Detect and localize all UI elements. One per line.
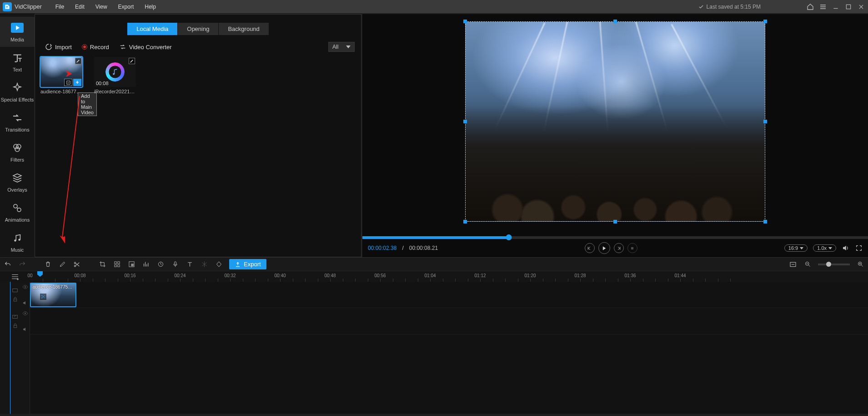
side-rail-text[interactable]: Text [0, 47, 35, 77]
track-video-icon[interactable] [12, 287, 18, 294]
resize-handle[interactable] [463, 120, 467, 123]
text-tool-icon[interactable] [186, 260, 194, 269]
svg-point-32 [25, 313, 26, 314]
close-icon[interactable] [857, 3, 865, 11]
maximize-icon[interactable] [844, 3, 853, 11]
import-button[interactable]: Import [41, 41, 75, 52]
track-visibility-icon[interactable] [22, 284, 28, 290]
add-to-timeline-button[interactable]: + [73, 79, 81, 86]
timeline-ruler[interactable]: 0000:0800:1600:2400:3200:4000:4800:5601:… [0, 271, 868, 282]
video-converter-button[interactable]: Video Converter [115, 41, 176, 52]
resize-handle[interactable] [763, 220, 767, 223]
minimize-icon[interactable] [832, 3, 840, 11]
zoom-slider[interactable] [818, 264, 850, 265]
preview-seekbar[interactable] [362, 236, 868, 239]
seek-handle[interactable] [506, 234, 512, 240]
track-head [0, 308, 30, 334]
playback-speed-dropdown[interactable]: 1.0x [813, 244, 836, 252]
menu-help[interactable]: Help [139, 1, 161, 13]
side-rail-overlays[interactable]: Overlays [0, 167, 35, 197]
add-track-icon[interactable] [11, 273, 19, 281]
track-row-audio[interactable] [30, 308, 868, 335]
side-rail-animations[interactable]: Animations [0, 197, 35, 227]
menu-file[interactable]: File [50, 1, 70, 13]
edit-icon[interactable] [58, 260, 66, 269]
keyframe-icon[interactable] [215, 260, 223, 269]
tab-background[interactable]: Background [219, 23, 268, 35]
fit-icon[interactable] [789, 260, 797, 269]
ruler-label: 01:12 [474, 273, 486, 278]
time-total: 00:00:08.21 [409, 245, 438, 251]
volume-icon[interactable] [842, 244, 850, 252]
music-icon [11, 232, 24, 244]
media-item[interactable]: + audience-186775… Add to Main Video [40, 57, 82, 94]
track-audio-icon[interactable] [12, 314, 18, 320]
titlebar: VidClipper File Edit View Export Help La… [0, 0, 868, 13]
resize-handle[interactable] [613, 20, 617, 23]
split-icon[interactable] [73, 260, 81, 269]
svg-point-5 [17, 208, 21, 212]
resize-handle[interactable] [463, 20, 467, 23]
media-filter-dropdown[interactable]: All [328, 42, 355, 52]
resize-handle[interactable] [463, 220, 467, 223]
annotation-arrow-icon [58, 96, 85, 246]
preview-frame[interactable] [465, 21, 765, 222]
media-item[interactable]: 00:08 iRecorder202210… [94, 57, 136, 94]
apply-icon[interactable] [64, 79, 72, 86]
aspect-ratio-dropdown[interactable]: 16:9 [784, 244, 808, 252]
duration-icon[interactable] [156, 260, 165, 269]
ruler-label: 00:24 [174, 273, 186, 278]
side-rail-transitions[interactable]: Transitions [0, 107, 35, 137]
trash-icon[interactable] [44, 260, 52, 269]
track-visibility-icon[interactable] [22, 310, 28, 316]
track-row-video[interactable]: audience-1867754… [30, 282, 868, 308]
tab-local-media[interactable]: Local Media [127, 23, 177, 35]
edit-icon[interactable] [75, 58, 81, 64]
next-frame-button[interactable] [614, 243, 624, 253]
prev-frame-button[interactable] [585, 243, 595, 253]
zoom-slider-handle[interactable] [826, 262, 831, 267]
media-item-duration: 00:08 [96, 81, 109, 86]
filters-icon [11, 142, 24, 154]
side-rail-media[interactable]: Media [0, 17, 35, 47]
home-icon[interactable] [806, 3, 814, 11]
track-lock-icon[interactable] [12, 323, 18, 329]
record-button[interactable]: Record [78, 42, 113, 52]
tab-opening[interactable]: Opening [178, 23, 218, 35]
clip-split-icon[interactable] [40, 294, 46, 300]
track-lock-icon[interactable] [12, 296, 18, 303]
menu-view[interactable]: View [90, 1, 113, 13]
hamburger-icon[interactable] [819, 3, 827, 11]
timeline-toolbar: Export [0, 257, 868, 271]
resize-handle[interactable] [763, 20, 767, 23]
stop-button[interactable] [627, 243, 637, 253]
side-rail-filters[interactable]: Filters [0, 137, 35, 167]
zoom-in-icon[interactable] [856, 260, 864, 269]
resize-handle[interactable] [763, 120, 767, 123]
media-item-name: iRecorder202210… [94, 89, 136, 94]
mosaic-icon[interactable] [113, 260, 121, 269]
undo-icon[interactable] [4, 260, 12, 269]
histogram-icon[interactable] [142, 260, 150, 269]
track-mute-icon[interactable] [22, 326, 28, 332]
zoom-out-icon[interactable] [803, 260, 812, 269]
export-button[interactable]: Export [229, 259, 266, 269]
ruler-label: 01:20 [524, 273, 536, 278]
track-mute-icon[interactable] [22, 299, 28, 306]
side-rail-music[interactable]: Music [0, 227, 35, 257]
check-icon [698, 4, 704, 10]
zoom-region-icon[interactable] [127, 260, 135, 269]
import-icon [45, 43, 52, 51]
fullscreen-icon[interactable] [855, 244, 863, 252]
playhead-flag[interactable] [37, 271, 43, 282]
ruler-label: 01:36 [624, 273, 636, 278]
resize-handle[interactable] [613, 220, 617, 223]
menu-export[interactable]: Export [113, 1, 140, 13]
side-rail-special-effects[interactable]: Special Effects [0, 77, 35, 107]
timeline-clip[interactable]: audience-1867754… [30, 283, 76, 307]
voiceover-icon[interactable] [171, 260, 179, 269]
menu-edit[interactable]: Edit [70, 1, 90, 13]
crop-icon[interactable] [98, 260, 106, 269]
edit-icon[interactable] [129, 58, 135, 64]
play-button[interactable] [598, 242, 610, 254]
